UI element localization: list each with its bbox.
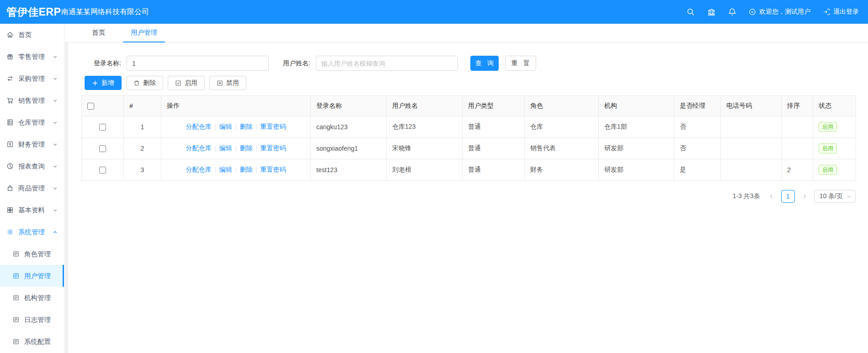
logout-icon (823, 8, 830, 16)
sidebar-item-log-management[interactable]: 日志管理 (0, 309, 64, 331)
row-checkbox[interactable] (99, 167, 106, 174)
login-name-label: 登录名称: (94, 59, 121, 68)
sidebar-item-user-management[interactable]: 用户管理 (0, 265, 64, 287)
col-actions: 操作 (161, 96, 311, 116)
col-type: 用户类型 (463, 96, 525, 116)
page-number-button[interactable]: 1 (781, 190, 795, 203)
status-badge: 启用 (819, 143, 837, 153)
user-menu[interactable]: 欢迎您，测试用户 (749, 8, 810, 16)
chevron-down-icon (53, 186, 58, 191)
chevron-down-icon (53, 208, 58, 213)
edit-link[interactable]: 编辑 (219, 123, 232, 131)
table-toolbar: 新增 删除 启用 禁用 (85, 76, 868, 90)
tab-bar: 首页 用户管理 (65, 24, 868, 42)
reset-button[interactable]: 重 置 (505, 56, 536, 71)
divider (215, 124, 216, 130)
delete-link[interactable]: 删除 (240, 166, 253, 174)
trash-icon (133, 80, 140, 86)
chevron-down-icon (53, 142, 58, 147)
col-name: 用户姓名 (387, 96, 463, 116)
status-badge: 启用 (819, 165, 837, 175)
chevron-down-icon (53, 54, 58, 59)
sidebar-item-org-management[interactable]: 机构管理 (0, 287, 64, 309)
assign-warehouse-link[interactable]: 分配仓库 (186, 123, 212, 131)
reset-password-link[interactable]: 重置密码 (261, 144, 286, 153)
sidebar-item-system-config[interactable]: 系统配置 (0, 331, 64, 353)
finance-icon (6, 141, 14, 148)
delete-button[interactable]: 删除 (126, 76, 163, 90)
tab-home[interactable]: 首页 (84, 24, 113, 42)
cell-login: cangku123 (311, 116, 387, 138)
warehouse-icon (6, 119, 14, 126)
sidebar-item-retail[interactable]: 零售管理 (0, 46, 64, 68)
sidebar-item-home[interactable]: 首页 (0, 24, 64, 46)
col-manager: 是否经理 (674, 96, 721, 116)
cell-role: 销售代表 (525, 138, 599, 159)
cell-org: 研发部 (599, 138, 674, 159)
status-badge: 启用 (819, 122, 837, 132)
reset-password-link[interactable]: 重置密码 (261, 123, 286, 131)
select-all-checkbox[interactable] (87, 103, 94, 110)
search-icon[interactable] (687, 8, 695, 16)
sidebar-item-system[interactable]: 系统管理 (0, 221, 64, 243)
sidebar-item-role-management[interactable]: 角色管理 (0, 243, 64, 265)
edit-link[interactable]: 编辑 (219, 166, 232, 174)
page-content: 登录名称: 用户姓名: 查 询 重 置 新增 删除 启用 禁用 (65, 42, 868, 353)
home-icon (6, 31, 14, 38)
col-phone: 电话号码 (721, 96, 782, 116)
sidebar-item-reports[interactable]: 报表查询 (0, 155, 64, 177)
welcome-text: 欢迎您，测试用户 (759, 8, 810, 16)
user-name-label: 用户姓名: (283, 59, 310, 68)
header-actions: 欢迎您，测试用户 退出登录 (687, 8, 868, 16)
plus-icon (92, 80, 98, 86)
add-button[interactable]: 新增 (85, 76, 122, 90)
purchase-icon (6, 75, 14, 82)
sidebar-item-warehouse[interactable]: 仓库管理 (0, 111, 64, 133)
cell-manager: 否 (674, 116, 721, 138)
goods-bag-icon (6, 184, 14, 192)
edit-link[interactable]: 编辑 (219, 144, 232, 153)
login-name-input[interactable] (127, 56, 269, 71)
enable-button[interactable]: 启用 (168, 76, 205, 90)
chevron-down-icon (847, 194, 852, 199)
assign-warehouse-link[interactable]: 分配仓库 (186, 166, 212, 174)
cell-login: songxiaofeng1 (311, 138, 387, 159)
down-circle-icon (749, 8, 756, 16)
delete-link[interactable]: 删除 (240, 144, 253, 153)
main-area: 首页 用户管理 登录名称: 用户姓名: 查 询 重 置 新增 删除 启用 (65, 24, 868, 353)
sidebar-item-sales[interactable]: 销售管理 (0, 90, 64, 111)
chevron-down-icon (53, 98, 58, 103)
bell-icon[interactable] (728, 8, 736, 16)
sidebar-item-purchase[interactable]: 采购管理 (0, 68, 64, 90)
sidebar-item-finance[interactable]: 财务管理 (0, 133, 64, 155)
row-checkbox[interactable] (99, 145, 106, 152)
cell-phone (721, 159, 782, 181)
bank-icon[interactable] (707, 8, 716, 16)
app-logo: 管伊佳ERP (0, 5, 58, 19)
sales-cart-icon (6, 97, 14, 104)
cell-sort (782, 138, 813, 159)
row-checkbox[interactable] (99, 124, 106, 131)
reset-password-link[interactable]: 重置密码 (261, 166, 286, 174)
page-size-select[interactable]: 10 条/页 (814, 190, 856, 203)
query-button[interactable]: 查 询 (470, 56, 499, 71)
tab-user-management[interactable]: 用户管理 (123, 24, 165, 42)
chevron-down-icon (53, 164, 58, 169)
next-page-icon[interactable] (799, 190, 809, 203)
cell-type: 普通 (463, 138, 525, 159)
sidebar-item-goods[interactable]: 商品管理 (0, 177, 64, 199)
col-sort: 排序 (782, 96, 813, 116)
user-name-input[interactable] (316, 56, 458, 71)
divider (215, 146, 216, 152)
divider (256, 167, 257, 173)
logout-button[interactable]: 退出登录 (823, 8, 859, 16)
doc-icon (12, 294, 20, 301)
logout-text: 退出登录 (833, 8, 859, 16)
pagination-total: 1-3 共3条 (733, 192, 760, 200)
delete-link[interactable]: 删除 (240, 123, 253, 131)
prev-page-icon[interactable] (767, 190, 777, 203)
cell-manager: 否 (674, 138, 721, 159)
assign-warehouse-link[interactable]: 分配仓库 (186, 144, 212, 153)
disable-button[interactable]: 禁用 (209, 76, 246, 90)
sidebar-item-basic-data[interactable]: 基本资料 (0, 199, 64, 221)
